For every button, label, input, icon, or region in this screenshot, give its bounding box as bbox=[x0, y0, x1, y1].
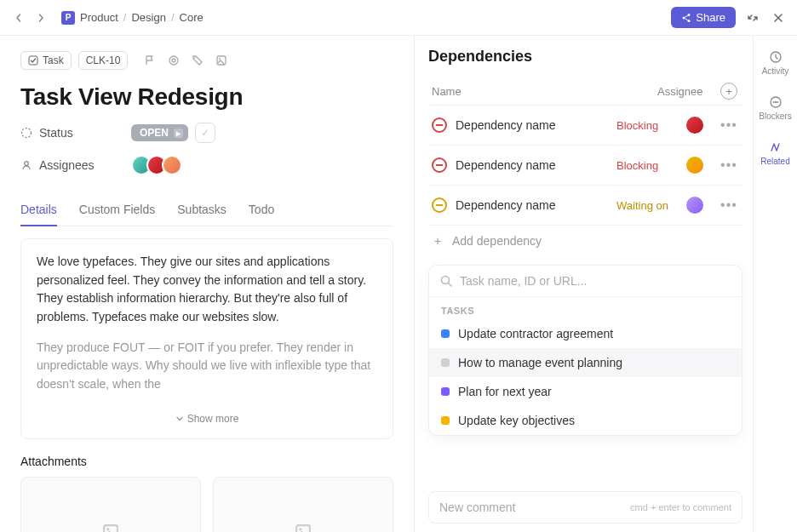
related-icon bbox=[768, 140, 783, 155]
rail-label: Related bbox=[760, 157, 789, 166]
show-more-label: Show more bbox=[187, 411, 239, 427]
dependency-status-label: Waiting on bbox=[616, 199, 678, 212]
search-result-label: Update contractor agreement bbox=[458, 327, 613, 340]
attachment-placeholder[interactable] bbox=[213, 477, 393, 532]
dependency-more-icon[interactable]: ••• bbox=[719, 117, 739, 133]
activity-icon bbox=[768, 49, 783, 65]
blockers-icon bbox=[768, 94, 783, 110]
col-assignee: Assignee bbox=[657, 85, 719, 98]
product-icon: P bbox=[61, 11, 75, 25]
share-label: Share bbox=[696, 11, 725, 24]
nav-forward[interactable] bbox=[32, 9, 49, 26]
svg-rect-11 bbox=[104, 526, 118, 532]
assignees-label: Assignees bbox=[20, 158, 131, 172]
dependency-row[interactable]: Dependency name Blocking ••• bbox=[428, 105, 743, 145]
crumb-core[interactable]: Core bbox=[180, 11, 204, 24]
image-icon[interactable] bbox=[215, 54, 228, 67]
rail-activity[interactable]: Activity bbox=[754, 46, 797, 79]
search-result-item[interactable]: Update key objectives bbox=[429, 406, 742, 435]
search-result-label: Plan for next year bbox=[458, 385, 552, 398]
task-chip-label: Task bbox=[43, 54, 64, 66]
attachment-placeholder[interactable] bbox=[20, 477, 201, 532]
share-button[interactable]: Share bbox=[671, 7, 736, 28]
dependency-status-label: Blocking bbox=[616, 119, 678, 132]
close-icon[interactable] bbox=[770, 9, 787, 26]
task-id-chip[interactable]: CLK-10 bbox=[78, 51, 129, 70]
search-result-item[interactable]: Update contractor agreement bbox=[429, 319, 742, 348]
mark-complete-checkbox[interactable]: ✓ bbox=[195, 123, 215, 143]
add-dependency-icon[interactable]: + bbox=[720, 83, 737, 100]
dependency-assignee-avatar[interactable] bbox=[685, 155, 705, 175]
task-color-icon bbox=[441, 329, 450, 338]
tab-todo[interactable]: Todo bbox=[249, 194, 274, 226]
tab-details[interactable]: Details bbox=[20, 194, 57, 226]
dependency-name: Dependency name bbox=[456, 158, 616, 172]
task-color-icon bbox=[441, 416, 450, 425]
topbar-right: Share bbox=[671, 7, 787, 28]
popover-section-label: TASKS bbox=[429, 297, 742, 319]
dependency-more-icon[interactable]: ••• bbox=[719, 197, 739, 213]
topbar-left: P Product / Design / Core bbox=[10, 9, 204, 26]
dependency-rows: Dependency name Blocking ••• Dependency … bbox=[428, 105, 743, 225]
comment-bar: cmd + enter to comment bbox=[428, 491, 743, 523]
person-icon bbox=[20, 159, 32, 171]
svg-rect-7 bbox=[217, 56, 226, 65]
tabs: Details Custom Fields Subtasks Todo bbox=[20, 194, 393, 226]
search-result-item[interactable]: How to manage event planning bbox=[429, 348, 742, 377]
comment-input[interactable] bbox=[439, 501, 622, 514]
search-result-item[interactable]: Plan for next year bbox=[429, 377, 742, 406]
collapse-icon[interactable] bbox=[744, 9, 761, 26]
dependency-status-icon bbox=[432, 117, 447, 133]
task-search-input[interactable] bbox=[460, 274, 731, 288]
dependencies-panel: Dependencies Name Assignee + Dependency … bbox=[414, 36, 753, 532]
target-icon[interactable] bbox=[167, 54, 181, 67]
assignees-label-text: Assignees bbox=[39, 158, 95, 172]
description-card[interactable]: We love typefaces. They give our sites a… bbox=[20, 238, 393, 439]
status-label: Status bbox=[20, 126, 131, 140]
svg-point-0 bbox=[688, 14, 691, 16]
share-icon bbox=[681, 13, 691, 23]
col-add: + bbox=[719, 83, 739, 100]
task-check-icon bbox=[28, 55, 38, 66]
rail-related[interactable]: Related bbox=[754, 136, 797, 169]
nav-back[interactable] bbox=[10, 9, 27, 26]
flag-icon[interactable] bbox=[143, 54, 157, 67]
right-rail: Activity Blockers Related bbox=[753, 36, 797, 532]
dependency-name: Dependency name bbox=[456, 198, 616, 212]
assignee-avatars[interactable] bbox=[131, 155, 182, 175]
status-value: OPEN bbox=[140, 127, 169, 139]
dependency-row[interactable]: Dependency name Blocking ••• bbox=[428, 145, 743, 185]
task-type-chip[interactable]: Task bbox=[20, 51, 72, 70]
dependency-assignee-avatar[interactable] bbox=[685, 195, 705, 215]
svg-point-9 bbox=[22, 129, 32, 138]
dependency-assignee-avatar[interactable] bbox=[685, 115, 705, 135]
topbar: P Product / Design / Core Share bbox=[0, 0, 797, 36]
svg-rect-13 bbox=[296, 526, 310, 532]
dependency-row[interactable]: Dependency name Waiting on ••• bbox=[428, 185, 743, 225]
search-results: Update contractor agreementHow to manage… bbox=[429, 319, 742, 435]
dependency-status-icon bbox=[432, 197, 447, 213]
status-icon bbox=[20, 127, 32, 139]
dependency-more-icon[interactable]: ••• bbox=[719, 157, 739, 173]
svg-point-14 bbox=[299, 529, 301, 531]
assignees-row: Assignees bbox=[20, 155, 393, 175]
svg-point-10 bbox=[25, 162, 29, 166]
col-name: Name bbox=[432, 85, 657, 98]
show-more-button[interactable]: Show more bbox=[37, 406, 377, 432]
crumb-product[interactable]: Product bbox=[80, 11, 118, 24]
svg-point-2 bbox=[688, 20, 691, 22]
crumb-design[interactable]: Design bbox=[131, 11, 165, 24]
task-title[interactable]: Task View Redesign bbox=[20, 83, 393, 111]
dependency-name: Dependency name bbox=[456, 118, 616, 132]
tab-subtasks[interactable]: Subtasks bbox=[177, 194, 226, 226]
status-dropdown-icon: ▸ bbox=[174, 129, 183, 138]
tab-custom-fields[interactable]: Custom Fields bbox=[79, 194, 155, 226]
avatar[interactable] bbox=[162, 155, 182, 175]
tag-icon[interactable] bbox=[191, 54, 204, 67]
svg-point-8 bbox=[219, 58, 221, 60]
task-id: CLK-10 bbox=[86, 54, 121, 66]
rail-blockers[interactable]: Blockers bbox=[754, 91, 797, 124]
status-pill[interactable]: OPEN ▸ bbox=[131, 124, 188, 141]
add-dependency-row[interactable]: + Add dependency bbox=[428, 225, 743, 256]
svg-point-1 bbox=[683, 16, 685, 19]
